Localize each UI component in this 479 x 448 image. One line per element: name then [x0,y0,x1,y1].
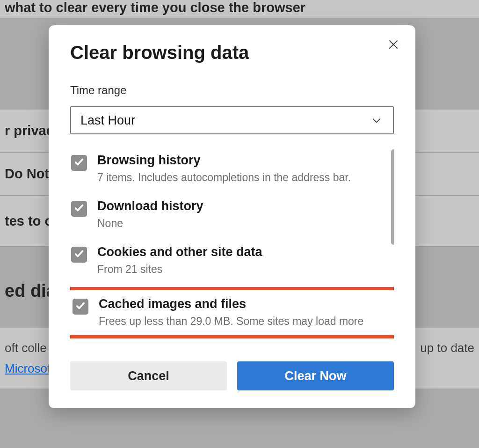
checkbox-cached-images[interactable] [73,299,88,315]
background-heading: what to clear every time you close the b… [0,0,479,18]
option-subtitle: 7 items. Includes autocompletions in the… [97,170,393,185]
checkbox-cookies[interactable] [71,247,87,263]
clear-browsing-data-dialog: Clear browsing data Time range Last Hour… [49,25,415,408]
time-range-label: Time range [70,84,394,97]
check-icon [74,203,84,215]
check-icon [75,301,86,313]
option-title: Download history [97,199,393,213]
clear-now-button[interactable]: Clear Now [237,361,394,390]
check-icon [74,157,84,169]
scrollbar[interactable] [391,149,394,245]
time-range-select[interactable]: Last Hour [70,106,394,134]
highlighted-option-frame: Cached images and files Frees up less th… [70,287,394,338]
option-cached-images: Cached images and files Frees up less th… [70,297,394,331]
chevron-down-icon [370,114,383,126]
option-subtitle: From 21 sites [97,262,393,277]
option-title: Cookies and other site data [97,245,393,259]
option-download-history: Download history None [70,195,394,241]
checkbox-download-history[interactable] [71,201,87,217]
option-cookies: Cookies and other site data From 21 site… [70,241,394,287]
dialog-title: Clear browsing data [70,42,394,63]
option-title: Cached images and files [99,297,392,311]
checkbox-browsing-history[interactable] [71,155,87,171]
option-subtitle: Frees up less than 29.0 MB. Some sites m… [99,314,392,329]
options-list: Browsing history 7 items. Includes autoc… [70,149,394,354]
background-desc-right: up to date [420,338,474,358]
time-range-value: Last Hour [80,113,135,128]
dialog-buttons: Cancel Clear Now [70,361,394,390]
background-desc-left: oft colle [5,338,47,358]
option-browsing-history: Browsing history 7 items. Includes autoc… [70,149,394,195]
option-subtitle: None [97,216,393,231]
option-title: Browsing history [97,153,393,168]
close-icon [387,38,399,52]
close-button[interactable] [385,37,401,53]
check-icon [74,249,84,261]
cancel-button[interactable]: Cancel [70,361,227,390]
